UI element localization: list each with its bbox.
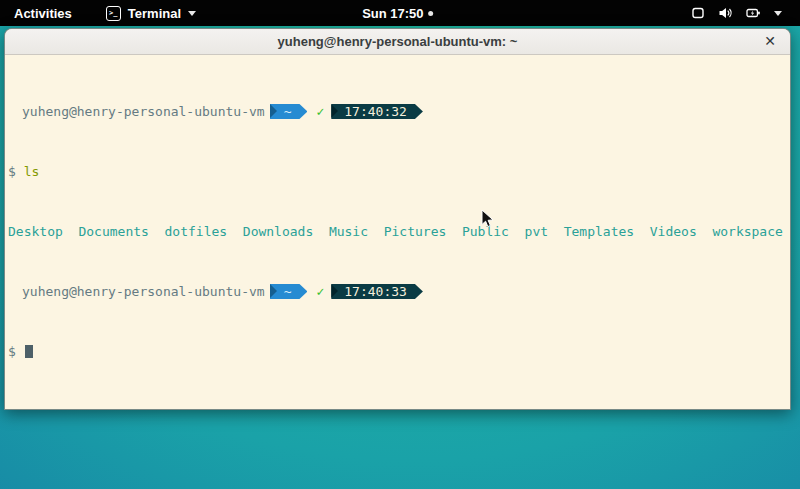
prompt-user-host: yuheng@henry-personal-ubuntu-vm (8, 104, 265, 119)
status-check-icon: ✓ (316, 284, 324, 299)
prompt-line-2: yuheng@henry-personal-ubuntu-vm ~ ✓ 17:4… (8, 284, 787, 299)
system-tray-button[interactable] (691, 0, 782, 26)
display-icon (691, 6, 705, 20)
clock-label: Sun 17:50 (362, 6, 423, 21)
terminal-cursor (25, 345, 33, 358)
status-check-icon: ✓ (316, 104, 324, 119)
command-line: $ ls (8, 164, 787, 179)
spacer (16, 344, 24, 359)
window-titlebar[interactable]: yuheng@henry-personal-ubuntu-vm: ~ ✕ (5, 29, 790, 55)
clock-button[interactable]: Sun 17:50 (362, 6, 433, 21)
chevron-down-icon (188, 11, 196, 16)
spacer (16, 164, 24, 179)
notification-dot-icon (429, 11, 434, 16)
prompt-path-segment: ~ (270, 104, 308, 119)
prompt-path-segment: ~ (270, 284, 308, 299)
terminal-app-icon: >_ (106, 6, 121, 21)
terminal-content[interactable]: yuheng@henry-personal-ubuntu-vm ~ ✓ 17:4… (5, 55, 790, 410)
prompt-time-segment: 17:40:33 (331, 284, 423, 299)
top-bar: Activities >_ Terminal Sun 17:50 (0, 0, 800, 26)
window-title: yuheng@henry-personal-ubuntu-vm: ~ (278, 34, 518, 49)
chevron-down-icon (774, 11, 782, 16)
ls-output-line: Desktop Documents dotfiles Downloads Mus… (8, 224, 787, 239)
activities-button[interactable]: Activities (10, 6, 76, 21)
prompt-symbol: $ (8, 164, 16, 179)
prompt-symbol: $ (8, 344, 16, 359)
prompt-user-host: yuheng@henry-personal-ubuntu-vm (8, 284, 265, 299)
current-input-line: $ (8, 344, 787, 359)
close-icon[interactable]: ✕ (758, 29, 782, 54)
app-menu[interactable]: >_ Terminal (106, 6, 196, 21)
command-text: ls (24, 164, 40, 179)
prompt-time-segment: 17:40:32 (331, 104, 423, 119)
volume-icon (718, 6, 733, 20)
battery-charging-icon (746, 6, 761, 20)
app-menu-label: Terminal (128, 6, 181, 21)
prompt-line-1: yuheng@henry-personal-ubuntu-vm ~ ✓ 17:4… (8, 104, 787, 119)
terminal-window: yuheng@henry-personal-ubuntu-vm: ~ ✕ yuh… (4, 28, 791, 410)
